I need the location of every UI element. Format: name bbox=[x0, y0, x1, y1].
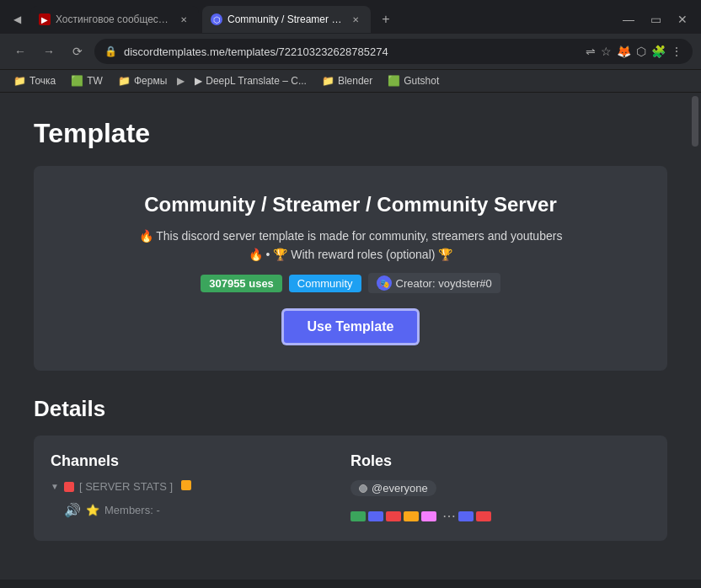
use-template-btn[interactable]: Use Template bbox=[281, 308, 420, 345]
template-card: Community / Streamer / Community Server … bbox=[34, 166, 667, 371]
bookmark-fermy-label: Фермы bbox=[134, 75, 167, 87]
color-block-red2 bbox=[476, 511, 491, 521]
more-roles-icon: ⋯ bbox=[442, 508, 456, 524]
profile-icon[interactable]: 🦊 bbox=[617, 45, 631, 58]
lock-icon: 🔒 bbox=[104, 45, 117, 57]
bookmark-tochka-label: Точка bbox=[29, 75, 56, 87]
category-icon2 bbox=[181, 480, 191, 493]
bookmark-fermy[interactable]: 📁 Фермы bbox=[113, 73, 172, 88]
creator-avatar: 🎭 bbox=[377, 275, 392, 291]
color-block-blue2 bbox=[458, 511, 474, 521]
channels-col: Channels ▼ [ SERVER STATS ] 🔊 ⭐ Members:… bbox=[51, 452, 350, 524]
color-block-orange bbox=[404, 511, 419, 521]
bookmark-deepl[interactable]: ▶ DeepL Translate – C... bbox=[190, 73, 312, 88]
browser-tab-1[interactable]: ▶ Хостинговое сообщество «Tim... ✕ bbox=[30, 6, 199, 33]
page-title: Template bbox=[34, 118, 667, 149]
role-dot-everyone bbox=[359, 484, 367, 493]
bookmark-tw[interactable]: 🟩 TW bbox=[66, 73, 108, 88]
color-block-red bbox=[386, 511, 401, 521]
channel-category-row: ▼ [ SERVER STATS ] bbox=[51, 480, 350, 493]
bookmark-gutshot-label: Gutshot bbox=[404, 75, 439, 87]
template-card-title: Community / Streamer / Community Server bbox=[67, 191, 634, 217]
scrollbar[interactable] bbox=[689, 93, 701, 580]
browser-tab-2[interactable]: ⬡ Community / Streamer / Comm... ✕ bbox=[202, 6, 371, 33]
new-tab-btn[interactable]: + bbox=[374, 8, 398, 31]
page-content: Template Community / Streamer / Communit… bbox=[0, 93, 701, 580]
address-bar-icons: ⇌ ☆ 🦊 ⬡ 🧩 ⋮ bbox=[586, 45, 682, 58]
bookmark-blender-label: Blender bbox=[338, 75, 372, 87]
bookmarks-bar: 📁 Точка 🟩 TW 📁 Фермы ▶ ▶ DeepL Translate… bbox=[0, 69, 701, 92]
bookmark-separator: ▶ bbox=[177, 75, 185, 87]
roles-col-title: Roles bbox=[350, 452, 650, 470]
window-controls: — ▭ ✕ bbox=[617, 8, 694, 31]
template-desc-1: 🔥 This discord server template is made f… bbox=[67, 229, 634, 243]
menu-icon[interactable]: ⋮ bbox=[671, 45, 682, 58]
forward-btn[interactable]: → bbox=[37, 40, 61, 63]
template-desc-2: 🔥 • 🏆 With reward roles (optional) 🏆 bbox=[67, 248, 634, 261]
address-text: discordtemplates.me/templates/7221032326… bbox=[124, 45, 579, 58]
tab2-favicon: ⬡ bbox=[211, 13, 222, 25]
bookmark-tw-icon: 🟩 bbox=[71, 75, 83, 87]
colored-role-blocks: ⋯ bbox=[350, 508, 650, 524]
creator-badge: 🎭 Creator: voydster#0 bbox=[368, 273, 500, 293]
details-grid: Channels ▼ [ SERVER STATS ] 🔊 ⭐ Members:… bbox=[34, 436, 667, 541]
extension-icon[interactable]: 🧩 bbox=[651, 45, 666, 58]
translate-icon[interactable]: ⇌ bbox=[586, 45, 596, 58]
minimize-btn[interactable]: — bbox=[617, 8, 640, 31]
tab2-title: Community / Streamer / Comm... bbox=[227, 13, 344, 25]
bookmark-tochka[interactable]: 📁 Точка bbox=[8, 73, 61, 88]
bookmark-tochka-icon: 📁 bbox=[13, 75, 26, 87]
category-badge: Community bbox=[289, 275, 361, 292]
bookmark-gutshot-icon: 🟩 bbox=[388, 75, 400, 87]
reload-btn[interactable]: ⟳ bbox=[66, 40, 89, 63]
scrollbar-thumb[interactable] bbox=[692, 96, 698, 147]
channel-members-label: Members: - bbox=[104, 504, 160, 516]
channel-category-label: [ SERVER STATS ] bbox=[79, 480, 173, 493]
bookmark-tw-label: TW bbox=[87, 75, 103, 87]
channel-star-icon: ⭐ bbox=[86, 504, 99, 516]
tab-bar: ◀ ▶ Хостинговое сообщество «Tim... ✕ ⬡ C… bbox=[0, 0, 701, 34]
role-everyone: @everyone bbox=[350, 480, 436, 496]
details-title: Details bbox=[34, 396, 667, 422]
restore-btn[interactable]: ▭ bbox=[644, 8, 667, 31]
star-icon[interactable]: ☆ bbox=[601, 45, 612, 58]
template-badges: 307955 uses Community 🎭 Creator: voydste… bbox=[67, 273, 634, 293]
bookmark-fermy-icon: 📁 bbox=[118, 75, 131, 87]
category-icon bbox=[64, 482, 74, 492]
channel-item-members: 🔊 ⭐ Members: - bbox=[51, 500, 350, 521]
uses-badge: 307955 uses bbox=[201, 275, 282, 292]
close-btn[interactable]: ✕ bbox=[671, 8, 694, 31]
bookmark-blender-icon: 📁 bbox=[322, 75, 334, 87]
bookmark-blender[interactable]: 📁 Blender bbox=[317, 73, 377, 88]
bookmark-deepl-label: DeepL Translate – C... bbox=[206, 75, 307, 87]
color-block-blue bbox=[368, 511, 383, 521]
role-everyone-label: @everyone bbox=[372, 482, 428, 494]
tab-back-btn[interactable]: ◀ bbox=[7, 9, 27, 29]
tab1-close-btn[interactable]: ✕ bbox=[177, 13, 190, 26]
color-block-green bbox=[350, 511, 366, 521]
roles-col: Roles @everyone ⋯ bbox=[350, 452, 650, 524]
browser-chrome: ◀ ▶ Хостинговое сообщество «Tim... ✕ ⬡ C… bbox=[0, 0, 701, 93]
channels-col-title: Channels bbox=[51, 452, 350, 470]
tab2-close-btn[interactable]: ✕ bbox=[349, 13, 362, 26]
bookmark-gutshot[interactable]: 🟩 Gutshot bbox=[383, 73, 444, 88]
tab1-title: Хостинговое сообщество «Tim... bbox=[56, 13, 172, 25]
address-bar-row: ← → ⟳ 🔒 discordtemplates.me/templates/72… bbox=[0, 34, 701, 69]
creator-label: Creator: voydster#0 bbox=[396, 277, 492, 290]
color-block-pink bbox=[421, 511, 436, 521]
speaker-icon: 🔊 bbox=[64, 502, 81, 518]
bookmark-deepl-icon: ▶ bbox=[195, 75, 202, 87]
tab1-favicon: ▶ bbox=[39, 13, 51, 25]
back-btn[interactable]: ← bbox=[8, 40, 32, 63]
address-bar-container[interactable]: 🔒 discordtemplates.me/templates/72210323… bbox=[94, 39, 693, 64]
share-icon[interactable]: ⬡ bbox=[636, 45, 646, 58]
chevron-icon: ▼ bbox=[51, 482, 59, 491]
